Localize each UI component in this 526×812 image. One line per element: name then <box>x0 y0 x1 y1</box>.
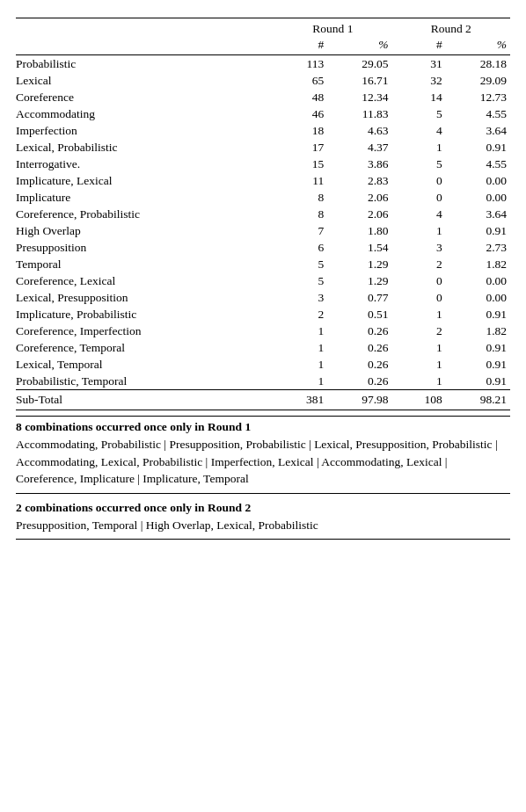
row-r2-num: 1 <box>392 306 446 323</box>
row-r2-num: 1 <box>392 373 446 390</box>
table-row: Implicature, Probabilistic 2 0.51 1 0.91 <box>16 306 510 323</box>
row-label: Lexical, Temporal <box>16 356 274 373</box>
row-label: Lexical, Presupposition <box>16 289 274 306</box>
row-r1-num: 17 <box>274 139 327 156</box>
row-r2-pct: 0.91 <box>446 339 510 356</box>
row-r2-pct: 0.91 <box>446 139 510 156</box>
row-r2-num: 1 <box>392 339 446 356</box>
row-r2-num: 2 <box>392 256 446 272</box>
table-row: High Overlap 7 1.80 1 0.91 <box>16 222 510 239</box>
row-label: Lexical <box>16 72 274 89</box>
row-r2-num: 2 <box>392 323 446 339</box>
subtotal-row: Sub-Total 381 97.98 108 98.21 <box>16 390 510 410</box>
row-r1-num: 1 <box>274 323 327 339</box>
subtotal-r2-num: 108 <box>392 390 446 410</box>
row-r2-num: 0 <box>392 189 446 206</box>
data-table: Round 1 Round 2 # % # % Probabilistic 11… <box>16 18 510 410</box>
row-r2-num: 31 <box>392 55 446 73</box>
row-r1-pct: 0.26 <box>327 323 391 339</box>
row-r2-pct: 28.18 <box>446 55 510 73</box>
row-r2-pct: 0.91 <box>446 222 510 239</box>
row-r1-num: 5 <box>274 272 327 289</box>
table-row: Temporal 5 1.29 2 1.82 <box>16 256 510 272</box>
row-r2-pct: 0.00 <box>446 189 510 206</box>
row-r2-num: 4 <box>392 122 446 139</box>
row-label: Presupposition <box>16 239 274 256</box>
row-r1-pct: 29.05 <box>327 55 391 73</box>
row-label: Coreference, Temporal <box>16 339 274 356</box>
subtotal-label: Sub-Total <box>16 390 274 410</box>
subtotal-r1-pct: 97.98 <box>327 390 391 410</box>
row-r1-pct: 1.29 <box>327 256 391 272</box>
note-title-1: 8 combinations occurred once only in Rou… <box>16 420 510 434</box>
row-r1-num: 6 <box>274 239 327 256</box>
row-r2-num: 1 <box>392 139 446 156</box>
row-r2-num: 0 <box>392 272 446 289</box>
r2-pct-header: % <box>446 36 510 55</box>
row-r2-pct: 0.91 <box>446 306 510 323</box>
note-title-2: 2 combinations occurred once only in Rou… <box>16 501 510 515</box>
row-r2-num: 14 <box>392 89 446 105</box>
row-r2-num: 5 <box>392 156 446 172</box>
row-label: Implicature, Lexical <box>16 172 274 189</box>
row-r1-num: 46 <box>274 105 327 122</box>
row-r1-pct: 0.77 <box>327 289 391 306</box>
r1-num-header: # <box>274 36 327 55</box>
row-r2-num: 1 <box>392 356 446 373</box>
row-r1-pct: 3.86 <box>327 156 391 172</box>
subtotal-r2-pct: 98.21 <box>446 390 510 410</box>
row-label: Probabilistic <box>16 55 274 73</box>
row-r1-pct: 2.06 <box>327 189 391 206</box>
note-block-1: 8 combinations occurred once only in Rou… <box>16 420 510 494</box>
row-r1-pct: 11.83 <box>327 105 391 122</box>
table-row: Lexical, Presupposition 3 0.77 0 0.00 <box>16 289 510 306</box>
round1-header: Round 1 <box>274 18 391 37</box>
row-r1-num: 1 <box>274 339 327 356</box>
row-r2-num: 3 <box>392 239 446 256</box>
row-r2-pct: 29.09 <box>446 72 510 89</box>
row-r2-pct: 1.82 <box>446 323 510 339</box>
row-r1-num: 2 <box>274 306 327 323</box>
row-r1-pct: 1.29 <box>327 272 391 289</box>
table-row: Coreference, Imperfection 1 0.26 2 1.82 <box>16 323 510 339</box>
col-label-header <box>16 18 274 37</box>
row-r2-pct: 3.64 <box>446 122 510 139</box>
row-label: Imperfection <box>16 122 274 139</box>
row-label: Coreference <box>16 89 274 105</box>
row-r1-pct: 2.83 <box>327 172 391 189</box>
round2-header: Round 2 <box>392 18 510 37</box>
row-r2-pct: 0.91 <box>446 356 510 373</box>
table-row: Probabilistic 113 29.05 31 28.18 <box>16 55 510 73</box>
row-r1-pct: 4.37 <box>327 139 391 156</box>
note-block-2: 2 combinations occurred once only in Rou… <box>16 501 510 540</box>
row-r1-num: 5 <box>274 256 327 272</box>
row-r2-num: 0 <box>392 289 446 306</box>
table-row: Coreference 48 12.34 14 12.73 <box>16 89 510 105</box>
row-r1-pct: 12.34 <box>327 89 391 105</box>
r1-pct-header: % <box>327 36 391 55</box>
row-r2-num: 5 <box>392 105 446 122</box>
row-r1-pct: 0.51 <box>327 306 391 323</box>
row-r1-num: 18 <box>274 122 327 139</box>
row-label: Interrogative. <box>16 156 274 172</box>
row-r1-pct: 16.71 <box>327 72 391 89</box>
table-row: Implicature, Lexical 11 2.83 0 0.00 <box>16 172 510 189</box>
row-r1-num: 11 <box>274 172 327 189</box>
notes-section: 8 combinations occurred once only in Rou… <box>16 416 510 540</box>
row-r1-num: 15 <box>274 156 327 172</box>
table-footer: Sub-Total 381 97.98 108 98.21 <box>16 390 510 410</box>
row-r1-num: 1 <box>274 356 327 373</box>
row-r1-pct: 0.26 <box>327 339 391 356</box>
table-row: Coreference, Temporal 1 0.26 1 0.91 <box>16 339 510 356</box>
notes-container: 8 combinations occurred once only in Rou… <box>16 420 510 540</box>
row-r2-num: 32 <box>392 72 446 89</box>
row-r1-num: 65 <box>274 72 327 89</box>
table-header-row-1: Round 1 Round 2 <box>16 18 510 37</box>
row-r2-num: 4 <box>392 206 446 222</box>
table-row: Implicature 8 2.06 0 0.00 <box>16 189 510 206</box>
subtotal-r1-num: 381 <box>274 390 327 410</box>
row-r1-num: 1 <box>274 373 327 390</box>
table-row: Imperfection 18 4.63 4 3.64 <box>16 122 510 139</box>
table-row: Probabilistic, Temporal 1 0.26 1 0.91 <box>16 373 510 390</box>
row-r2-pct: 0.00 <box>446 289 510 306</box>
